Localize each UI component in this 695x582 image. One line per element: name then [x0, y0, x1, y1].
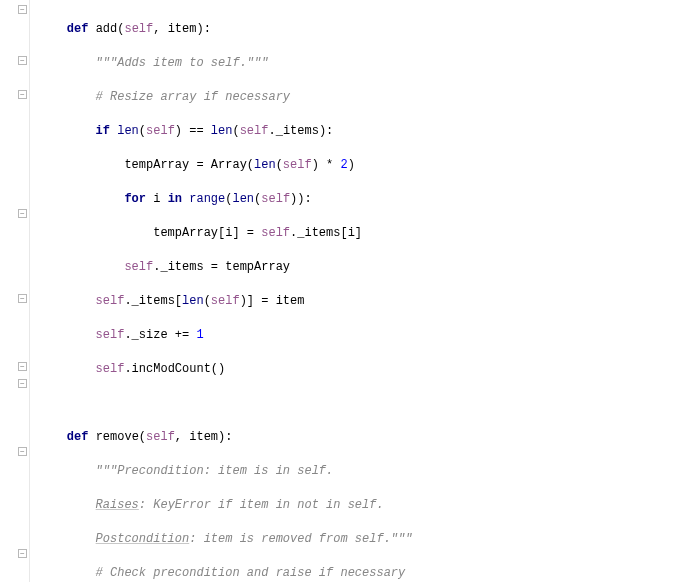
- code-line: self._size += 1: [38, 327, 485, 344]
- code-line: Raises: KeyError if item in not in self.: [38, 497, 485, 514]
- editor-gutter: − − − − − − − − −: [0, 0, 30, 582]
- fold-toggle-icon[interactable]: −: [18, 379, 27, 388]
- fold-toggle-icon[interactable]: −: [18, 294, 27, 303]
- code-line: tempArray[i] = self._items[i]: [38, 225, 485, 242]
- code-line: # Resize array if necessary: [38, 89, 485, 106]
- code-line: tempArray = Array(len(self) * 2): [38, 157, 485, 174]
- fold-toggle-icon[interactable]: −: [18, 5, 27, 14]
- code-line: self.incModCount(): [38, 361, 485, 378]
- code-line: if len(self) == len(self._items):: [38, 123, 485, 140]
- code-line: [38, 395, 485, 412]
- code-line: """Precondition: item is in self.: [38, 463, 485, 480]
- fold-toggle-icon[interactable]: −: [18, 549, 27, 558]
- code-line: def add(self, item):: [38, 21, 485, 38]
- code-editor-area[interactable]: def add(self, item): """Adds item to sel…: [30, 0, 485, 582]
- fold-toggle-icon[interactable]: −: [18, 447, 27, 456]
- fold-toggle-icon[interactable]: −: [18, 209, 27, 218]
- code-line: self._items = tempArray: [38, 259, 485, 276]
- code-line: # Check precondition and raise if necess…: [38, 565, 485, 582]
- code-line: """Adds item to self.""": [38, 55, 485, 72]
- code-line: for i in range(len(self)):: [38, 191, 485, 208]
- fold-toggle-icon[interactable]: −: [18, 362, 27, 371]
- code-line: def remove(self, item):: [38, 429, 485, 446]
- fold-toggle-icon[interactable]: −: [18, 56, 27, 65]
- code-line: Postcondition: item is removed from self…: [38, 531, 485, 548]
- code-line: self._items[len(self)] = item: [38, 293, 485, 310]
- fold-toggle-icon[interactable]: −: [18, 90, 27, 99]
